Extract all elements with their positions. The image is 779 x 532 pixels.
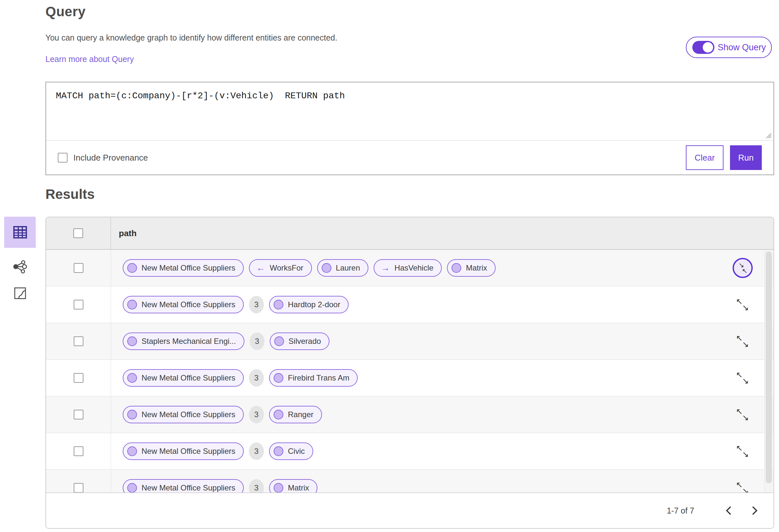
entity-node-icon: [127, 410, 137, 419]
select-row-checkbox[interactable]: [74, 373, 83, 383]
relationship-label: WorksFor: [270, 263, 303, 272]
entity-pill[interactable]: New Metal Office Suppliers: [123, 259, 244, 277]
expand-icon: ↖: [736, 444, 743, 453]
entity-label: New Metal Office Suppliers: [141, 300, 235, 309]
next-page-button[interactable]: [747, 504, 762, 518]
relationship-pill[interactable]: →HasVehicle: [374, 259, 442, 277]
entity-label: New Metal Office Suppliers: [141, 447, 235, 456]
entity-node-icon: [127, 483, 137, 493]
entity-label: Matrix: [466, 263, 487, 272]
table-row: Staplers Mechanical Engi...3Silverado↖↘: [46, 323, 774, 360]
entity-node-icon: [322, 263, 332, 273]
expand-icon: ↘: [742, 450, 749, 459]
entity-pill[interactable]: Lauren: [317, 259, 369, 277]
expand-row-button[interactable]: ↖↘: [735, 481, 750, 493]
entity-pill[interactable]: New Metal Office Suppliers: [123, 479, 244, 493]
entity-pill[interactable]: New Metal Office Suppliers: [123, 406, 244, 423]
hop-count-badge: 3: [250, 332, 264, 350]
results-title: Results: [46, 187, 95, 202]
page-range-label: 1-7 of 7: [667, 506, 694, 516]
row-checkbox-cell: [46, 396, 111, 433]
entity-pill[interactable]: New Metal Office Suppliers: [123, 443, 244, 460]
expand-row-button[interactable]: ↖↘: [735, 444, 750, 458]
relationship-pill[interactable]: ←WorksFor: [249, 259, 312, 277]
hop-count-badge: 3: [249, 479, 264, 493]
select-row-checkbox[interactable]: [74, 446, 83, 456]
path-cell: New Metal Office Suppliers3Civic↖↘: [111, 433, 774, 469]
learn-more-link[interactable]: Learn more about Query: [46, 55, 134, 64]
entity-pill[interactable]: Hardtop 2-door: [269, 296, 349, 313]
hop-count-badge: 3: [249, 406, 264, 423]
relationship-label: HasVehicle: [395, 263, 433, 272]
path-column-header: path: [111, 217, 137, 249]
entity-pill[interactable]: Civic: [269, 443, 313, 460]
entity-node-icon: [127, 336, 137, 346]
resize-handle-icon[interactable]: [764, 130, 772, 139]
entity-node-icon: [274, 373, 283, 383]
left-arrow-icon: ←: [256, 263, 265, 272]
expand-row-button[interactable]: ↖↘: [735, 371, 750, 385]
table-row: New Metal Office Suppliers3Ranger↖↘: [46, 396, 774, 433]
entity-node-icon: [274, 410, 283, 419]
include-provenance-checkbox[interactable]: [58, 153, 67, 162]
entity-label: New Metal Office Suppliers: [141, 410, 235, 419]
query-input[interactable]: MATCH path=(c:Company)-[r*2]-(v:Vehicle)…: [46, 82, 774, 140]
entity-pill[interactable]: New Metal Office Suppliers: [123, 369, 244, 387]
entity-node-icon: [274, 446, 283, 456]
expand-row-button[interactable]: ↖↘: [735, 407, 750, 422]
entity-pill[interactable]: Firebird Trans Am: [269, 369, 358, 387]
expand-row-button[interactable]: ↖↘: [735, 297, 750, 312]
expand-row-button[interactable]: ↖↘: [735, 334, 750, 348]
run-button[interactable]: Run: [730, 145, 762, 170]
toggle-knob: [703, 42, 713, 53]
previous-page-button[interactable]: [722, 504, 736, 518]
row-checkbox-cell: [46, 360, 111, 396]
table-view-button[interactable]: [4, 217, 36, 248]
entity-pill[interactable]: Ranger: [269, 406, 322, 423]
hop-count-badge: 3: [249, 369, 264, 387]
entity-pill[interactable]: Matrix: [269, 479, 317, 493]
entity-pill[interactable]: Silverado: [270, 332, 329, 350]
query-footer: Include Provenance Clear Run: [46, 141, 774, 175]
entity-node-icon: [274, 300, 283, 310]
entity-node-icon: [127, 446, 137, 456]
table-view-icon: [13, 225, 27, 239]
select-row-checkbox[interactable]: [74, 300, 83, 310]
select-row-checkbox[interactable]: [74, 336, 83, 346]
show-query-toggle[interactable]: Show Query: [686, 37, 772, 58]
entity-node-icon: [274, 336, 284, 346]
graph-view-button[interactable]: [4, 254, 36, 280]
expand-icon: ↖: [736, 370, 743, 380]
scrollbar-thumb[interactable]: [766, 251, 772, 483]
row-checkbox-cell: [46, 470, 111, 493]
path-cell: New Metal Office Suppliers3Firebird Tran…: [111, 360, 774, 396]
map-view-icon: [13, 286, 27, 301]
show-query-label: Show Query: [718, 43, 766, 53]
select-row-checkbox[interactable]: [74, 483, 83, 493]
entity-pill[interactable]: Matrix: [447, 259, 495, 277]
table-header-row: path: [46, 217, 774, 250]
toggle-switch-icon[interactable]: [692, 41, 714, 54]
collapse-row-button[interactable]: ↘↖: [733, 258, 753, 278]
results-table: path New Metal Office Suppliers←WorksFor…: [46, 217, 774, 529]
clear-button[interactable]: Clear: [686, 145, 723, 170]
entity-pill[interactable]: New Metal Office Suppliers: [123, 296, 244, 313]
path-cell: Staplers Mechanical Engi...3Silverado↖↘: [111, 323, 774, 359]
select-row-checkbox[interactable]: [74, 263, 83, 273]
expand-icon: ↘: [742, 303, 749, 312]
expand-icon: ↖: [736, 297, 743, 306]
entity-label: Civic: [288, 447, 305, 456]
select-all-checkbox[interactable]: [73, 228, 83, 238]
collapse-icon: ↖: [742, 267, 747, 275]
entity-label: Lauren: [336, 263, 360, 272]
entity-label: Firebird Trans Am: [288, 374, 349, 383]
entity-node-icon: [127, 373, 137, 383]
map-view-button[interactable]: [4, 280, 36, 306]
entity-pill[interactable]: Staplers Mechanical Engi...: [123, 332, 244, 350]
expand-icon: ↘: [742, 413, 749, 422]
expand-icon: ↘: [742, 486, 749, 493]
entity-node-icon: [127, 263, 137, 273]
chevron-right-icon: [752, 506, 758, 516]
hop-count-badge: 3: [249, 443, 264, 460]
select-row-checkbox[interactable]: [74, 410, 83, 419]
